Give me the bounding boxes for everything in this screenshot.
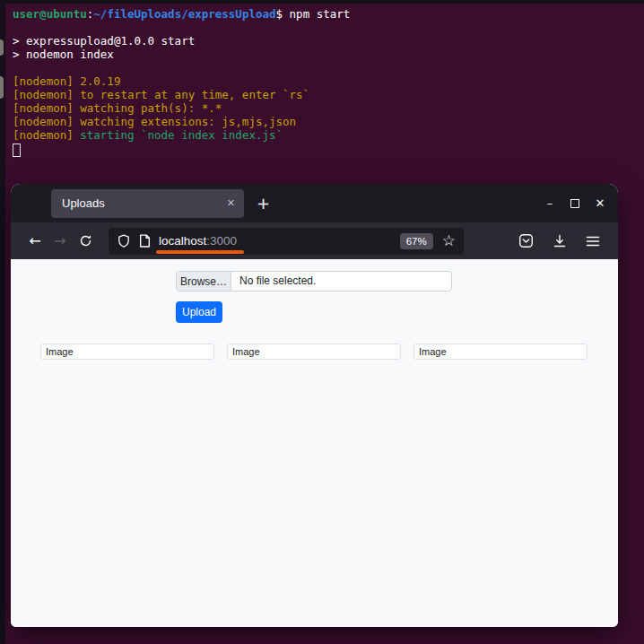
page-content: Browse… No file selected. Upload ImageIm… — [11, 259, 618, 627]
url-annotation-underline — [156, 250, 244, 254]
cards-row: ImageImageImage — [40, 344, 587, 360]
file-status-text: No file selected. — [231, 272, 316, 291]
reload-icon — [79, 234, 92, 248]
menu-hamburger-icon[interactable] — [586, 235, 600, 248]
url-bar[interactable]: localhost:3000 67% ☆ — [109, 228, 464, 255]
upload-button[interactable]: Upload — [176, 301, 222, 323]
terminal-line — [13, 61, 644, 74]
terminal-line: user@ubuntu:~/fileUploads/expressUpload$… — [13, 7, 644, 21]
terminal-cursor — [13, 144, 21, 157]
terminal-line: [nodemon] watching extensions: js,mjs,js… — [13, 115, 644, 128]
image-card: Image — [227, 344, 401, 360]
close-button[interactable]: ✕ — [595, 196, 605, 210]
forward-button[interactable]: → — [48, 232, 73, 249]
url-text: localhost:3000 — [159, 234, 237, 248]
zoom-level-badge[interactable]: 67% — [400, 233, 433, 249]
browse-button[interactable]: Browse… — [177, 272, 231, 291]
tab-uploads[interactable]: Uploads ✕ — [51, 189, 244, 218]
file-input[interactable]: Browse… No file selected. — [176, 271, 452, 292]
terminal-output: user@ubuntu:~/fileUploads/expressUpload$… — [5, 4, 644, 142]
download-icon[interactable] — [553, 234, 567, 248]
bookmark-star-icon[interactable]: ☆ — [442, 233, 456, 248]
reload-button[interactable] — [73, 234, 98, 248]
page-info-icon[interactable] — [139, 234, 151, 248]
url-port: :3000 — [206, 234, 237, 248]
window-controls: – ✕ — [544, 196, 605, 210]
maximize-button[interactable] — [570, 199, 579, 208]
tab-title: Uploads — [51, 196, 218, 210]
dock-icon-sliver — [0, 39, 4, 56]
terminal-line: [nodemon] to restart at any time, enter … — [13, 88, 644, 101]
navigation-toolbar: ← → localhost:3000 67% ☆ — [11, 222, 618, 259]
terminal-line: [nodemon] 2.0.19 — [13, 74, 644, 88]
dock-icon-sliver — [0, 76, 4, 99]
minimize-button[interactable]: – — [544, 196, 555, 210]
terminal-line: [nodemon] starting `node index index.js` — [13, 128, 644, 142]
back-button[interactable]: ← — [22, 232, 48, 249]
terminal-line: [nodemon] watching path(s): *.* — [13, 101, 644, 115]
tab-close-icon[interactable]: ✕ — [218, 194, 244, 213]
shield-icon[interactable] — [117, 234, 131, 248]
image-card: Image — [40, 344, 214, 360]
image-card: Image — [413, 344, 587, 360]
terminal-line: > nodemon index — [13, 48, 644, 61]
new-tab-button[interactable]: + — [257, 194, 270, 213]
tab-bar: Uploads ✕ + – ✕ — [11, 184, 618, 222]
toolbar-right-icons — [518, 233, 606, 248]
terminal-line — [13, 21, 644, 34]
pocket-icon[interactable] — [518, 233, 534, 248]
url-host: localhost — [159, 234, 206, 248]
browser-window: Uploads ✕ + – ✕ ← → localhost:30 — [11, 184, 618, 627]
terminal-line: > expressupload@1.0.0 start — [13, 34, 644, 48]
